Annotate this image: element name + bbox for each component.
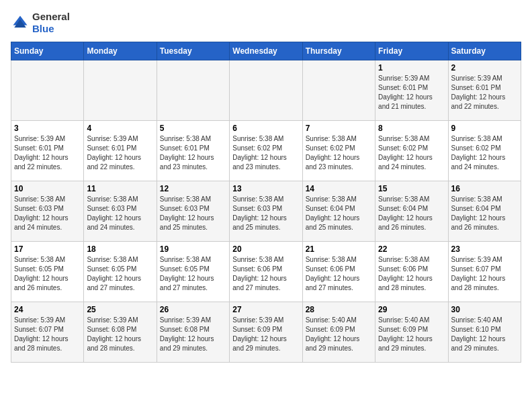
calendar-cell: 8Sunrise: 5:38 AM Sunset: 6:02 PM Daylig…	[375, 121, 448, 181]
day-info: Sunrise: 5:38 AM Sunset: 6:03 PM Dayligh…	[232, 195, 299, 232]
calendar-cell	[302, 60, 375, 121]
logo-general: General	[32, 11, 70, 23]
calendar-cell: 9Sunrise: 5:38 AM Sunset: 6:02 PM Daylig…	[448, 121, 521, 181]
day-number: 13	[232, 184, 299, 193]
weekday-sunday: Sunday	[11, 42, 84, 60]
day-number: 26	[160, 305, 226, 314]
day-number: 4	[87, 124, 153, 133]
week-row-3: 17Sunrise: 5:38 AM Sunset: 6:05 PM Dayli…	[11, 242, 521, 302]
day-number: 15	[378, 184, 445, 193]
day-number: 28	[306, 305, 372, 314]
calendar-cell: 4Sunrise: 5:39 AM Sunset: 6:01 PM Daylig…	[84, 121, 157, 181]
day-info: Sunrise: 5:39 AM Sunset: 6:01 PM Dayligh…	[451, 74, 518, 111]
day-info: Sunrise: 5:38 AM Sunset: 6:04 PM Dayligh…	[451, 195, 518, 232]
day-number: 14	[306, 184, 372, 193]
day-info: Sunrise: 5:40 AM Sunset: 6:10 PM Dayligh…	[451, 316, 518, 353]
day-number: 2	[451, 63, 518, 73]
day-info: Sunrise: 5:39 AM Sunset: 6:08 PM Dayligh…	[160, 316, 226, 353]
calendar-cell: 23Sunrise: 5:39 AM Sunset: 6:07 PM Dayli…	[448, 242, 521, 302]
calendar-cell: 28Sunrise: 5:40 AM Sunset: 6:09 PM Dayli…	[302, 302, 375, 363]
day-number: 17	[14, 244, 81, 254]
day-info: Sunrise: 5:40 AM Sunset: 6:09 PM Dayligh…	[378, 316, 445, 353]
day-info: Sunrise: 5:38 AM Sunset: 6:04 PM Dayligh…	[306, 195, 372, 232]
calendar-cell: 18Sunrise: 5:38 AM Sunset: 6:05 PM Dayli…	[84, 242, 157, 302]
calendar-cell: 25Sunrise: 5:39 AM Sunset: 6:08 PM Dayli…	[84, 302, 157, 363]
day-number: 22	[378, 244, 445, 254]
day-info: Sunrise: 5:38 AM Sunset: 6:02 PM Dayligh…	[451, 134, 518, 172]
weekday-wednesday: Wednesday	[230, 42, 302, 60]
logo-text: General Blue	[32, 11, 70, 35]
calendar-cell: 14Sunrise: 5:38 AM Sunset: 6:04 PM Dayli…	[302, 181, 375, 242]
calendar-cell: 21Sunrise: 5:38 AM Sunset: 6:06 PM Dayli…	[302, 242, 375, 302]
day-number: 7	[306, 124, 372, 133]
week-row-0: 1Sunrise: 5:39 AM Sunset: 6:01 PM Daylig…	[11, 60, 521, 121]
day-info: Sunrise: 5:39 AM Sunset: 6:08 PM Dayligh…	[87, 316, 153, 353]
calendar-cell: 26Sunrise: 5:39 AM Sunset: 6:08 PM Dayli…	[157, 302, 229, 363]
day-number: 20	[232, 244, 299, 254]
day-info: Sunrise: 5:38 AM Sunset: 6:03 PM Dayligh…	[14, 195, 81, 232]
week-row-1: 3Sunrise: 5:39 AM Sunset: 6:01 PM Daylig…	[11, 121, 521, 181]
day-number: 12	[160, 184, 226, 193]
calendar-cell: 22Sunrise: 5:38 AM Sunset: 6:06 PM Dayli…	[375, 242, 448, 302]
day-number: 27	[232, 305, 299, 314]
day-info: Sunrise: 5:39 AM Sunset: 6:07 PM Dayligh…	[451, 255, 518, 293]
day-number: 9	[451, 124, 518, 133]
calendar-cell: 20Sunrise: 5:38 AM Sunset: 6:06 PM Dayli…	[230, 242, 302, 302]
day-number: 29	[378, 305, 445, 314]
day-number: 8	[378, 124, 445, 133]
calendar-cell: 17Sunrise: 5:38 AM Sunset: 6:05 PM Dayli…	[11, 242, 84, 302]
day-info: Sunrise: 5:38 AM Sunset: 6:05 PM Dayligh…	[14, 255, 81, 293]
calendar-cell: 30Sunrise: 5:40 AM Sunset: 6:10 PM Dayli…	[448, 302, 521, 363]
day-number: 21	[306, 244, 372, 254]
day-info: Sunrise: 5:38 AM Sunset: 6:06 PM Dayligh…	[378, 255, 445, 293]
logo-blue: Blue	[32, 23, 70, 35]
day-info: Sunrise: 5:40 AM Sunset: 6:09 PM Dayligh…	[306, 316, 372, 353]
calendar-cell: 7Sunrise: 5:38 AM Sunset: 6:02 PM Daylig…	[302, 121, 375, 181]
day-number: 5	[160, 124, 226, 133]
day-info: Sunrise: 5:39 AM Sunset: 6:01 PM Dayligh…	[14, 134, 81, 172]
weekday-row: SundayMondayTuesdayWednesdayThursdayFrid…	[11, 42, 521, 60]
day-number: 30	[451, 305, 518, 314]
day-info: Sunrise: 5:38 AM Sunset: 6:06 PM Dayligh…	[232, 255, 299, 293]
calendar-cell	[157, 60, 229, 121]
calendar-cell: 29Sunrise: 5:40 AM Sunset: 6:09 PM Dayli…	[375, 302, 448, 363]
calendar-cell: 15Sunrise: 5:38 AM Sunset: 6:04 PM Dayli…	[375, 181, 448, 242]
calendar-cell: 19Sunrise: 5:38 AM Sunset: 6:05 PM Dayli…	[157, 242, 229, 302]
day-number: 16	[451, 184, 518, 193]
calendar-cell: 24Sunrise: 5:39 AM Sunset: 6:07 PM Dayli…	[11, 302, 84, 363]
week-row-4: 24Sunrise: 5:39 AM Sunset: 6:07 PM Dayli…	[11, 302, 521, 363]
day-number: 11	[87, 184, 153, 193]
day-number: 10	[14, 184, 81, 193]
weekday-tuesday: Tuesday	[157, 42, 229, 60]
page-header: General Blue	[11, 11, 521, 35]
weekday-monday: Monday	[84, 42, 157, 60]
calendar-cell: 3Sunrise: 5:39 AM Sunset: 6:01 PM Daylig…	[11, 121, 84, 181]
day-number: 23	[451, 244, 518, 254]
day-number: 19	[160, 244, 226, 254]
day-info: Sunrise: 5:38 AM Sunset: 6:02 PM Dayligh…	[306, 134, 372, 172]
day-number: 3	[14, 124, 81, 133]
day-info: Sunrise: 5:38 AM Sunset: 6:05 PM Dayligh…	[160, 255, 226, 293]
calendar-table: SundayMondayTuesdayWednesdayThursdayFrid…	[11, 42, 521, 363]
calendar-cell: 11Sunrise: 5:38 AM Sunset: 6:03 PM Dayli…	[84, 181, 157, 242]
calendar-cell	[11, 60, 84, 121]
calendar-cell: 16Sunrise: 5:38 AM Sunset: 6:04 PM Dayli…	[448, 181, 521, 242]
weekday-saturday: Saturday	[448, 42, 521, 60]
calendar-body: 1Sunrise: 5:39 AM Sunset: 6:01 PM Daylig…	[11, 60, 521, 363]
week-row-2: 10Sunrise: 5:38 AM Sunset: 6:03 PM Dayli…	[11, 181, 521, 242]
logo: General Blue	[11, 11, 70, 35]
logo-icon	[11, 13, 30, 32]
calendar-header: SundayMondayTuesdayWednesdayThursdayFrid…	[11, 42, 521, 60]
day-info: Sunrise: 5:38 AM Sunset: 6:01 PM Dayligh…	[160, 134, 226, 172]
calendar-cell	[84, 60, 157, 121]
weekday-thursday: Thursday	[302, 42, 375, 60]
day-info: Sunrise: 5:38 AM Sunset: 6:02 PM Dayligh…	[378, 134, 445, 172]
day-number: 24	[14, 305, 81, 314]
day-info: Sunrise: 5:38 AM Sunset: 6:02 PM Dayligh…	[232, 134, 299, 172]
calendar-cell: 2Sunrise: 5:39 AM Sunset: 6:01 PM Daylig…	[448, 60, 521, 121]
day-info: Sunrise: 5:38 AM Sunset: 6:04 PM Dayligh…	[378, 195, 445, 232]
day-number: 1	[378, 63, 445, 73]
day-info: Sunrise: 5:39 AM Sunset: 6:09 PM Dayligh…	[232, 316, 299, 353]
day-info: Sunrise: 5:38 AM Sunset: 6:06 PM Dayligh…	[306, 255, 372, 293]
day-number: 6	[232, 124, 299, 133]
